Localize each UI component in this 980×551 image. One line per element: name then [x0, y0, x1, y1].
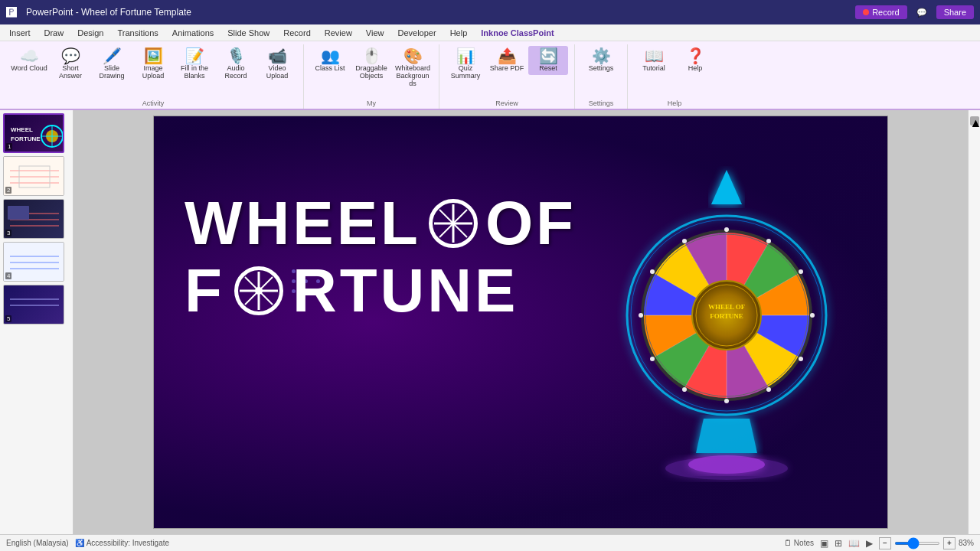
scroll-up-arrow[interactable]: ▲: [970, 116, 979, 126]
quiz-summary-button[interactable]: 📊 Quiz Summary: [446, 46, 485, 83]
main-area: WHEEL FORTUNE 1 2: [0, 110, 980, 534]
right-scroll-panel[interactable]: ▲: [968, 110, 980, 534]
menu-item-help[interactable]: Help: [444, 27, 474, 39]
image-upload-button[interactable]: 🖼️ Image Upload: [133, 46, 173, 83]
menu-item-review[interactable]: Review: [318, 27, 358, 39]
svg-point-47: [810, 313, 815, 318]
svg-marker-33: [711, 170, 742, 204]
slide-number-2: 2: [5, 187, 11, 194]
class-list-button[interactable]: 👥 Class List: [310, 46, 350, 75]
whiteboard-backgrounds-button[interactable]: 🎨 Whiteboard Backgrounds: [393, 46, 433, 90]
zoom-level[interactable]: 83%: [959, 539, 974, 547]
menu-item-slideshow[interactable]: Slide Show: [221, 27, 276, 39]
audio-record-button[interactable]: 🎙️ Audio Record: [216, 46, 256, 83]
reset-icon: 🔄: [539, 48, 558, 64]
menu-item-transitions[interactable]: Transitions: [111, 27, 164, 39]
app-title: PowerPoint - Wheel of Fortune Template: [26, 7, 191, 18]
normal-view-button[interactable]: ▣: [820, 538, 828, 549]
notes-button[interactable]: 🗒 Notes: [784, 539, 814, 547]
slide-line1: WHEEL OF: [185, 193, 577, 254]
slide-thumbnail-3[interactable]: 3: [3, 199, 64, 239]
reading-view-button[interactable]: 📖: [848, 538, 860, 549]
review-items: 📊 Quiz Summary 📤 Share PDF 🔄 Reset: [446, 44, 568, 99]
short-answer-label: Short Answer: [52, 65, 89, 80]
short-answer-button[interactable]: 💬 Short Answer: [51, 46, 90, 83]
settings-button[interactable]: ⚙️ Settings: [581, 46, 621, 75]
fill-blanks-button[interactable]: 📝 Fill in the Blanks: [175, 46, 214, 83]
ribbon-group-activity: ☁️ Word Cloud 💬 Short Answer 🖊️ Slide Dr…: [3, 44, 304, 109]
slide-thumbnail-5[interactable]: 5: [3, 285, 64, 324]
slide-sorter-button[interactable]: ⊞: [835, 538, 842, 549]
slide-thumbnail-1[interactable]: WHEEL FORTUNE 1: [3, 113, 64, 153]
record-button[interactable]: Record: [855, 5, 906, 19]
slide-2-preview: [4, 157, 64, 196]
svg-point-45: [766, 239, 771, 243]
svg-point-50: [724, 399, 729, 403]
svg-text:FORTUNE: FORTUNE: [710, 312, 743, 320]
menu-item-animations[interactable]: Animations: [166, 27, 220, 39]
svg-point-53: [639, 313, 643, 318]
class-list-label: Class List: [315, 65, 345, 73]
word-cloud-button[interactable]: ☁️ Word Cloud: [9, 46, 49, 75]
share-button[interactable]: Share: [936, 5, 974, 19]
svg-point-52: [650, 357, 655, 361]
svg-point-54: [650, 269, 655, 274]
comment-button[interactable]: 💬: [912, 6, 932, 19]
svg-point-48: [799, 357, 803, 361]
menu-item-draw[interactable]: Draw: [38, 27, 70, 39]
class-list-icon: 👥: [321, 48, 340, 64]
slide-number-1: 1: [6, 143, 12, 150]
quiz-summary-label: Quiz Summary: [447, 65, 484, 80]
video-upload-icon: 📹: [268, 48, 287, 64]
menu-item-record[interactable]: Record: [277, 27, 316, 39]
record-dot-icon: [863, 9, 869, 15]
settings-icon: ⚙️: [592, 48, 611, 64]
menu-item-design[interactable]: Design: [71, 27, 109, 39]
audio-record-icon: 🎙️: [227, 48, 246, 64]
slide-drawing-button[interactable]: 🖊️ Slide Drawing: [92, 46, 132, 83]
whiteboard-backgrounds-icon: 🎨: [403, 48, 423, 64]
help-button[interactable]: ❓ Help: [675, 46, 715, 75]
slide-5-preview: [4, 285, 64, 324]
svg-point-62: [665, 457, 788, 480]
menu-item-developer[interactable]: Developer: [392, 27, 443, 39]
zoom-slider[interactable]: [894, 542, 940, 545]
menu-item-inknoe[interactable]: Inknoe ClassPoint: [475, 27, 560, 39]
zoom-in-button[interactable]: +: [943, 537, 956, 549]
slide-thumbnail-4[interactable]: 4: [3, 242, 64, 282]
menu-item-view[interactable]: View: [360, 27, 390, 39]
my-items: 👥 Class List 🖱️ Draggable Objects 🎨 Whit…: [310, 44, 433, 99]
accessibility-status[interactable]: ♿ Accessibility: Investigate: [75, 539, 169, 547]
video-upload-button[interactable]: 📹 Video Upload: [257, 46, 297, 83]
zoom-control: − + 83%: [879, 537, 974, 549]
accessibility-icon: ♿: [75, 539, 84, 547]
tutorial-icon: 📖: [645, 48, 664, 64]
ribbon: ☁️ Word Cloud 💬 Short Answer 🖊️ Slide Dr…: [0, 41, 980, 110]
fill-blanks-icon: 📝: [185, 48, 204, 64]
share-pdf-button[interactable]: 📤 Share PDF: [487, 46, 527, 75]
slide-drawing-label: Slide Drawing: [93, 65, 130, 80]
status-bar: English (Malaysia) ♿ Accessibility: Inve…: [0, 534, 980, 551]
svg-point-55: [682, 239, 687, 243]
canvas-area[interactable]: WHEEL OF F: [74, 110, 968, 534]
slide-number-4: 4: [5, 272, 11, 279]
my-label: My: [367, 99, 376, 109]
slide-thumbnail-2[interactable]: 2: [3, 156, 64, 196]
slideshow-button[interactable]: ▶: [866, 538, 873, 549]
reset-button[interactable]: 🔄 Reset: [528, 46, 568, 75]
activity-items: ☁️ Word Cloud 💬 Short Answer 🖊️ Slide Dr…: [9, 44, 297, 99]
zoom-out-button[interactable]: −: [879, 537, 891, 549]
draggable-objects-button[interactable]: 🖱️ Draggable Objects: [351, 46, 391, 83]
slide-3-preview: [4, 200, 64, 239]
slide-4-preview: [4, 243, 64, 282]
help-label: Help: [688, 65, 703, 73]
svg-point-49: [766, 387, 771, 392]
review-label: Review: [495, 99, 518, 109]
tutorial-button[interactable]: 📖 Tutorial: [634, 46, 674, 75]
menu-item-insert[interactable]: Insert: [3, 27, 37, 39]
slide-panel[interactable]: WHEEL FORTUNE 1 2: [0, 110, 74, 534]
image-upload-icon: 🖼️: [144, 48, 163, 64]
fortune-o-icon: [234, 266, 283, 315]
svg-point-44: [724, 227, 729, 232]
wheel-text: WHEEL: [185, 193, 421, 254]
